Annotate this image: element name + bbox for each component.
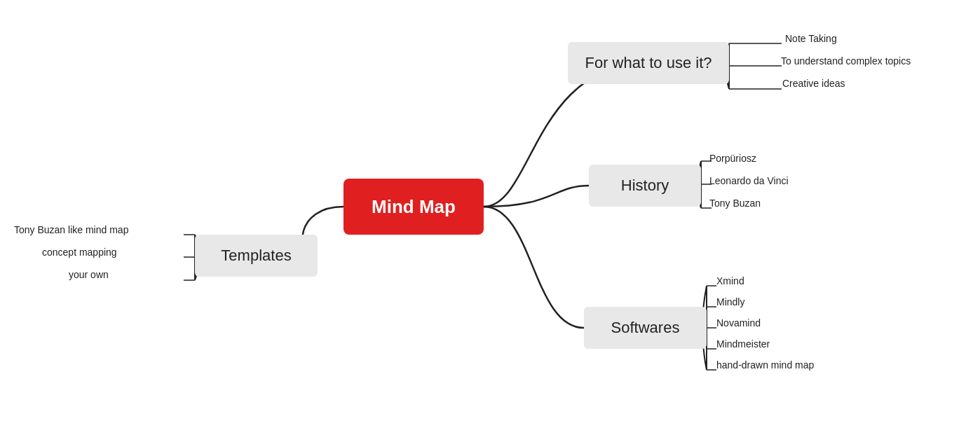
- node-templates-label: Templates: [221, 247, 291, 265]
- leaf-novamind: Novamind: [716, 317, 761, 329]
- leaf-concept: concept mapping: [42, 247, 117, 258]
- leaf-leonardo: Leonardo da Vinci: [709, 175, 789, 186]
- leaf-handdrawn: hand-drawn mind map: [716, 359, 814, 371]
- leaf-tony-buzan: Tony Buzan like mind map: [14, 224, 128, 235]
- node-templates: Templates: [195, 235, 318, 277]
- node-softwares: Softwares: [584, 307, 707, 349]
- leaf-complex: To understand complex topics: [781, 55, 911, 67]
- node-softwares-label: Softwares: [611, 319, 680, 337]
- leaf-note-taking: Note Taking: [785, 33, 837, 44]
- center-node: Mind Map: [343, 179, 484, 235]
- center-label: Mind Map: [372, 196, 456, 218]
- leaf-tony: Tony Buzan: [709, 198, 761, 209]
- leaf-mindly: Mindly: [716, 296, 744, 308]
- node-history: History: [589, 165, 701, 207]
- leaf-xmind: Xmind: [716, 275, 744, 287]
- node-history-label: History: [621, 177, 669, 195]
- node-use-label: For what to use it?: [585, 54, 712, 72]
- leaf-mindmeister: Mindmeister: [716, 338, 770, 350]
- leaf-creative: Creative ideas: [782, 78, 845, 89]
- leaf-your-own: your own: [69, 269, 109, 280]
- node-use: For what to use it?: [568, 42, 729, 84]
- leaf-porp: Porpüriosz: [709, 153, 756, 164]
